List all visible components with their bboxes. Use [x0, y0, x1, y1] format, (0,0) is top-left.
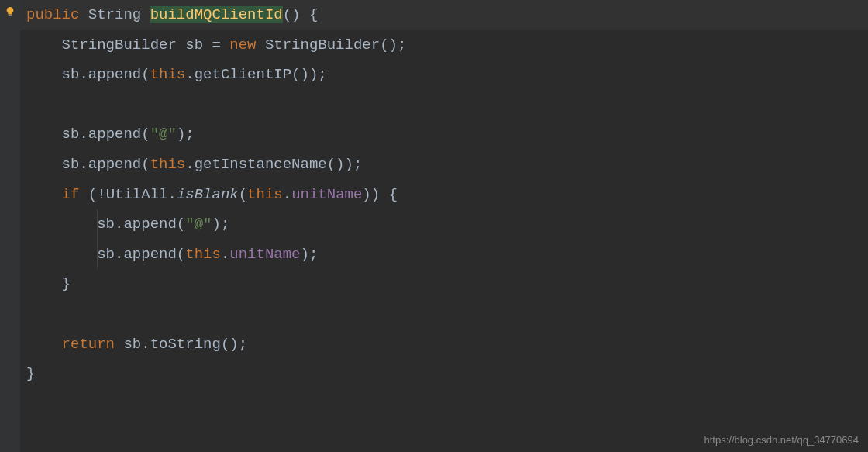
code-line: sb.append("@");: [20, 119, 868, 150]
keyword-if: if: [62, 186, 80, 203]
keyword-this: this: [150, 156, 186, 173]
code-line: sb.append(this.getClientIP());: [20, 60, 868, 90]
svg-rect-0: [9, 15, 12, 16]
code-line: sb.append(this.getInstanceName());: [20, 150, 868, 180]
string-literal: "@": [150, 126, 177, 143]
type-string: String: [88, 6, 141, 23]
lightbulb-icon[interactable]: [5, 5, 16, 16]
keyword-this: this: [150, 66, 186, 83]
code-line: return sb.toString();: [20, 330, 868, 360]
editor-gutter: [0, 0, 20, 452]
keyword-public: public: [26, 6, 79, 23]
code-line-blank: [20, 90, 868, 120]
field-unitname: unitName: [229, 246, 300, 263]
keyword-this: this: [247, 186, 283, 203]
field-unitname: unitName: [291, 186, 362, 203]
code-line: }: [20, 269, 868, 299]
keyword-this: this: [185, 246, 221, 263]
code-editor[interactable]: public String buildMQClientId() { String…: [20, 0, 868, 452]
string-literal: "@": [185, 216, 212, 233]
code-line: }: [20, 359, 868, 389]
code-line-blank: [20, 299, 868, 330]
type-stringbuilder: StringBuilder: [62, 36, 177, 53]
watermark-text: https://blog.csdn.net/qq_34770694: [704, 434, 859, 446]
method-name: buildMQClientId: [150, 6, 283, 23]
keyword-return: return: [62, 336, 115, 353]
indent-guide: [97, 240, 98, 270]
code-line: sb.append("@");: [20, 209, 868, 240]
code-line: sb.append(this.unitName);: [20, 240, 868, 270]
code-line: public String buildMQClientId() {: [20, 0, 868, 30]
code-line: StringBuilder sb = new StringBuilder();: [20, 30, 868, 60]
keyword-new: new: [229, 36, 256, 53]
static-method: isBlank: [177, 186, 239, 203]
code-line: if (!UtilAll.isBlank(this.unitName)) {: [20, 180, 868, 210]
indent-guide: [97, 209, 98, 240]
